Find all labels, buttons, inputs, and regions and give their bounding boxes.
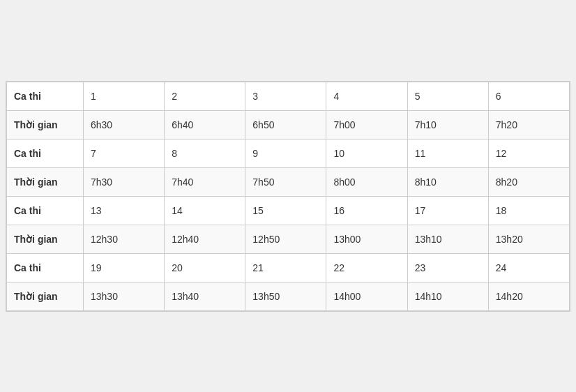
thoi-gian-row: Thời gian12h3012h4012h5013h0013h1013h20 xyxy=(7,225,570,253)
thoi-gian-row: Thời gian7h307h407h508h008h108h20 xyxy=(7,167,570,196)
cell-row7-col0: 13h30 xyxy=(84,282,165,310)
cell-row1-col2: 6h50 xyxy=(245,110,326,139)
cell-row4-col0: 13 xyxy=(84,196,165,225)
cell-row2-col3: 10 xyxy=(326,139,407,167)
cell-row6-col5: 24 xyxy=(488,253,569,282)
cell-row2-col5: 12 xyxy=(488,139,569,167)
cell-row2-col2: 9 xyxy=(245,139,326,167)
thoi-gian-label: Thời gian xyxy=(7,225,84,253)
cell-row7-col1: 13h40 xyxy=(165,282,245,310)
cell-row7-col2: 13h50 xyxy=(245,282,326,310)
cell-row5-col1: 12h40 xyxy=(165,225,245,253)
cell-row6-col0: 19 xyxy=(84,253,165,282)
cell-row5-col5: 13h20 xyxy=(488,225,569,253)
cell-row2-col0: 7 xyxy=(84,139,165,167)
thoi-gian-label: Thời gian xyxy=(7,282,84,310)
cell-row3-col2: 7h50 xyxy=(245,167,326,196)
cell-row5-col3: 13h00 xyxy=(326,225,407,253)
thoi-gian-label: Thời gian xyxy=(7,167,84,196)
cell-row0-col5: 6 xyxy=(488,82,569,110)
cell-row1-col0: 6h30 xyxy=(84,110,165,139)
cell-row7-col3: 14h00 xyxy=(326,282,407,310)
cell-row3-col4: 8h10 xyxy=(407,167,488,196)
cell-row1-col4: 7h10 xyxy=(407,110,488,139)
ca-thi-label: Ca thi xyxy=(7,253,84,282)
cell-row4-col2: 15 xyxy=(245,196,326,225)
cell-row4-col3: 16 xyxy=(326,196,407,225)
schedule-table-container: Ca thi123456Thời gian6h306h406h507h007h1… xyxy=(6,81,570,312)
thoi-gian-row: Thời gian13h3013h4013h5014h0014h1014h20 xyxy=(7,282,570,310)
cell-row2-col4: 11 xyxy=(407,139,488,167)
ca-thi-row: Ca thi131415161718 xyxy=(7,196,570,225)
ca-thi-row: Ca thi192021222324 xyxy=(7,253,570,282)
cell-row0-col1: 2 xyxy=(165,82,245,110)
cell-row4-col5: 18 xyxy=(488,196,569,225)
cell-row6-col3: 22 xyxy=(326,253,407,282)
cell-row4-col1: 14 xyxy=(165,196,245,225)
cell-row6-col2: 21 xyxy=(245,253,326,282)
thoi-gian-label: Thời gian xyxy=(7,110,84,139)
ca-thi-row: Ca thi789101112 xyxy=(7,139,570,167)
cell-row4-col4: 17 xyxy=(407,196,488,225)
cell-row3-col1: 7h40 xyxy=(165,167,245,196)
thoi-gian-row: Thời gian6h306h406h507h007h107h20 xyxy=(7,110,570,139)
cell-row0-col4: 5 xyxy=(407,82,488,110)
cell-row2-col1: 8 xyxy=(165,139,245,167)
cell-row1-col5: 7h20 xyxy=(488,110,569,139)
cell-row3-col3: 8h00 xyxy=(326,167,407,196)
cell-row5-col2: 12h50 xyxy=(245,225,326,253)
cell-row7-col4: 14h10 xyxy=(407,282,488,310)
cell-row7-col5: 14h20 xyxy=(488,282,569,310)
cell-row6-col4: 23 xyxy=(407,253,488,282)
cell-row3-col5: 8h20 xyxy=(488,167,569,196)
ca-thi-label: Ca thi xyxy=(7,82,84,110)
cell-row5-col4: 13h10 xyxy=(407,225,488,253)
cell-row1-col1: 6h40 xyxy=(165,110,245,139)
schedule-table: Ca thi123456Thời gian6h306h406h507h007h1… xyxy=(6,82,570,311)
ca-thi-label: Ca thi xyxy=(7,139,84,167)
ca-thi-row: Ca thi123456 xyxy=(7,82,570,110)
cell-row1-col3: 7h00 xyxy=(326,110,407,139)
cell-row3-col0: 7h30 xyxy=(84,167,165,196)
cell-row0-col2: 3 xyxy=(245,82,326,110)
cell-row0-col3: 4 xyxy=(326,82,407,110)
cell-row6-col1: 20 xyxy=(165,253,245,282)
ca-thi-label: Ca thi xyxy=(7,196,84,225)
cell-row5-col0: 12h30 xyxy=(84,225,165,253)
cell-row0-col0: 1 xyxy=(84,82,165,110)
